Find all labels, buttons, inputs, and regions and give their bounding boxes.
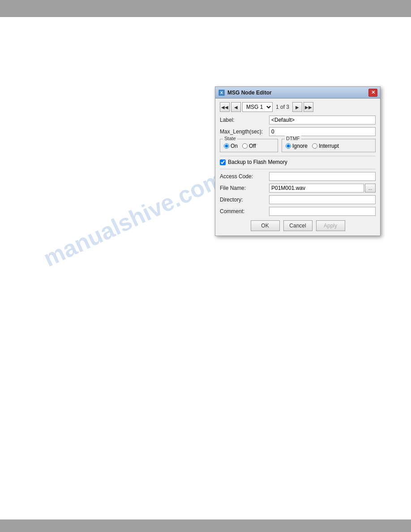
state-radio-row: On Off [224,143,274,149]
nav-first-button[interactable]: ◀◀ [220,102,230,112]
state-on-radio[interactable] [224,143,229,149]
state-off-radio[interactable] [242,143,248,149]
bottom-bar [0,519,411,532]
cancel-button[interactable]: Cancel [283,220,313,231]
label-row: Label: [220,116,376,124]
navigation-row: ◀◀ ◀ MSG 1 MSG 2 MSG 3 1 of 3 ▶ ▶▶ [220,102,376,112]
dialog-titlebar: X MSG Node Editor ✕ [215,87,380,99]
comment-input[interactable] [269,207,376,216]
state-group: State On Off [220,139,278,152]
top-bar [0,0,411,17]
directory-label: Directory: [220,197,269,203]
state-dtmf-section: State On Off DTMF [220,139,376,152]
dialog-title: MSG Node Editor [227,90,368,96]
nav-counter: 1 of 3 [276,104,289,110]
max-length-row: Max_Length(sec): [220,127,376,136]
file-name-input[interactable] [269,184,364,193]
dtmf-interrupt-label: Interrupt [319,143,339,149]
access-code-input[interactable] [269,172,376,181]
button-row: OK Cancel Apply [220,220,376,231]
backup-row: Backup to Flash Memory [220,159,376,165]
max-length-input[interactable] [269,127,376,136]
separator-1 [220,156,376,156]
access-code-label: Access Code: [220,173,269,180]
comment-row: Comment: [220,207,376,216]
separator-2 [220,169,376,169]
dialog-body: ◀◀ ◀ MSG 1 MSG 2 MSG 3 1 of 3 ▶ ▶▶ Label… [215,99,380,236]
msg-node-editor-dialog: X MSG Node Editor ✕ ◀◀ ◀ MSG 1 MSG 2 MSG… [215,86,381,236]
browse-button[interactable]: ... [365,184,376,193]
file-name-label: File Name: [220,185,269,191]
nav-prev-button[interactable]: ◀ [231,102,241,112]
backup-label: Backup to Flash Memory [228,159,287,165]
max-length-label: Max_Length(sec): [220,129,269,135]
dtmf-ignore-option[interactable]: Ignore [286,143,308,149]
dtmf-ignore-label: Ignore [292,143,308,149]
state-on-label: On [231,143,238,149]
label-input[interactable] [269,116,376,124]
file-name-row: File Name: ... [220,184,376,193]
nav-next-button[interactable]: ▶ [292,102,302,112]
state-on-option[interactable]: On [224,143,238,149]
label-field-label: Label: [220,117,269,123]
state-off-option[interactable]: Off [242,143,256,149]
nav-last-button[interactable]: ▶▶ [304,102,313,112]
apply-button[interactable]: Apply [316,220,345,231]
access-code-row: Access Code: [220,172,376,181]
dtmf-group: DTMF Ignore Interrupt [282,139,376,152]
page-background: manualshive.com X MSG Node Editor ✕ ◀◀ ◀… [0,17,411,519]
close-button[interactable]: ✕ [368,89,377,97]
comment-label: Comment: [220,208,269,215]
dialog-icon: X [218,89,225,96]
backup-checkbox[interactable] [220,159,226,165]
dtmf-interrupt-option[interactable]: Interrupt [312,143,339,149]
dtmf-legend: DTMF [285,136,301,141]
svg-text:X: X [220,90,223,95]
dtmf-interrupt-radio[interactable] [312,143,317,149]
directory-input[interactable] [269,195,376,204]
watermark: manualshive.com [39,165,228,272]
state-legend: State [223,136,237,141]
directory-row: Directory: [220,195,376,204]
dtmf-ignore-radio[interactable] [286,143,291,149]
dtmf-radio-row: Ignore Interrupt [286,143,372,149]
state-off-label: Off [249,143,256,149]
ok-button[interactable]: OK [251,220,280,231]
nav-msg-dropdown[interactable]: MSG 1 MSG 2 MSG 3 [242,102,273,112]
